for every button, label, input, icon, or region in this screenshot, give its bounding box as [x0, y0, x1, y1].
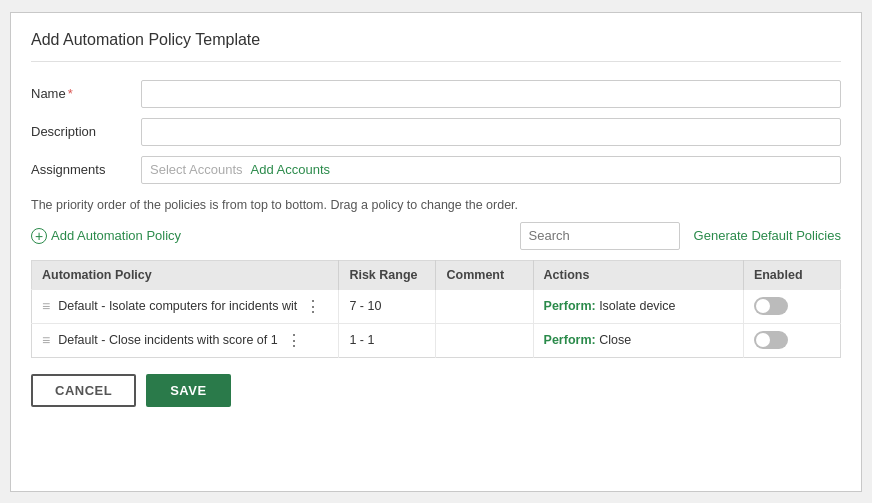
risk-range-cell-1: 1 - 1 [339, 323, 436, 357]
add-policy-button[interactable]: + Add Automation Policy [31, 228, 181, 244]
actions-cell-0: Perform: Isolate device [533, 289, 743, 323]
footer: CANCEL SAVE [31, 374, 841, 407]
toolbar-right: Generate Default Policies [520, 222, 841, 250]
policy-name-1: Default - Close incidents with score of … [58, 333, 278, 347]
assignments-label: Assignments [31, 162, 141, 177]
description-input[interactable] [141, 118, 841, 146]
name-row: Name* [31, 80, 841, 108]
perform-label-0: Perform: [544, 299, 596, 313]
policy-name-0: Default - Isolate computers for incident… [58, 299, 297, 313]
col-header-policy: Automation Policy [32, 260, 339, 289]
assignments-placeholder: Select Accounts [150, 162, 243, 177]
enabled-toggle-0[interactable] [754, 297, 788, 315]
col-header-comment: Comment [436, 260, 533, 289]
policy-table: Automation Policy Risk Range Comment Act… [31, 260, 841, 358]
drag-handle-icon-1[interactable]: ≡ [42, 332, 50, 348]
table-body: ≡ Default - Isolate computers for incide… [32, 289, 841, 357]
plus-circle-icon: + [31, 228, 47, 244]
enabled-toggle-1[interactable] [754, 331, 788, 349]
add-policy-template-modal: Add Automation Policy Template Name* Des… [10, 12, 862, 492]
assignments-row: Assignments Select Accounts Add Accounts [31, 156, 841, 184]
required-indicator: * [68, 86, 73, 101]
table-row: ≡ Default - Isolate computers for incide… [32, 289, 841, 323]
description-label: Description [31, 124, 141, 139]
col-header-actions: Actions [533, 260, 743, 289]
actions-value-1: Close [599, 333, 631, 347]
col-header-risk: Risk Range [339, 260, 436, 289]
row-menu-icon-0[interactable]: ⋮ [305, 297, 321, 316]
generate-default-button[interactable]: Generate Default Policies [694, 228, 841, 243]
name-input[interactable] [141, 80, 841, 108]
name-label: Name* [31, 86, 141, 101]
add-policy-label: Add Automation Policy [51, 228, 181, 243]
table-header: Automation Policy Risk Range Comment Act… [32, 260, 841, 289]
comment-cell-0 [436, 289, 533, 323]
actions-cell-1: Perform: Close [533, 323, 743, 357]
row-menu-icon-1[interactable]: ⋮ [286, 331, 302, 350]
save-button[interactable]: SAVE [146, 374, 230, 407]
table-row: ≡ Default - Close incidents with score o… [32, 323, 841, 357]
policy-cell-0: ≡ Default - Isolate computers for incide… [32, 289, 339, 323]
search-input[interactable] [520, 222, 680, 250]
description-row: Description [31, 118, 841, 146]
col-header-enabled: Enabled [743, 260, 840, 289]
add-accounts-link[interactable]: Add Accounts [251, 162, 331, 177]
policy-toolbar: + Add Automation Policy Generate Default… [31, 222, 841, 250]
actions-value-0: Isolate device [599, 299, 675, 313]
assignments-field[interactable]: Select Accounts Add Accounts [141, 156, 841, 184]
modal-title: Add Automation Policy Template [31, 31, 841, 62]
cancel-button[interactable]: CANCEL [31, 374, 136, 407]
risk-range-cell-0: 7 - 10 [339, 289, 436, 323]
table-header-row: Automation Policy Risk Range Comment Act… [32, 260, 841, 289]
enabled-cell-0 [743, 289, 840, 323]
enabled-cell-1 [743, 323, 840, 357]
policy-cell-1: ≡ Default - Close incidents with score o… [32, 323, 339, 357]
drag-handle-icon-0[interactable]: ≡ [42, 298, 50, 314]
perform-label-1: Perform: [544, 333, 596, 347]
comment-cell-1 [436, 323, 533, 357]
priority-note: The priority order of the policies is fr… [31, 198, 841, 212]
